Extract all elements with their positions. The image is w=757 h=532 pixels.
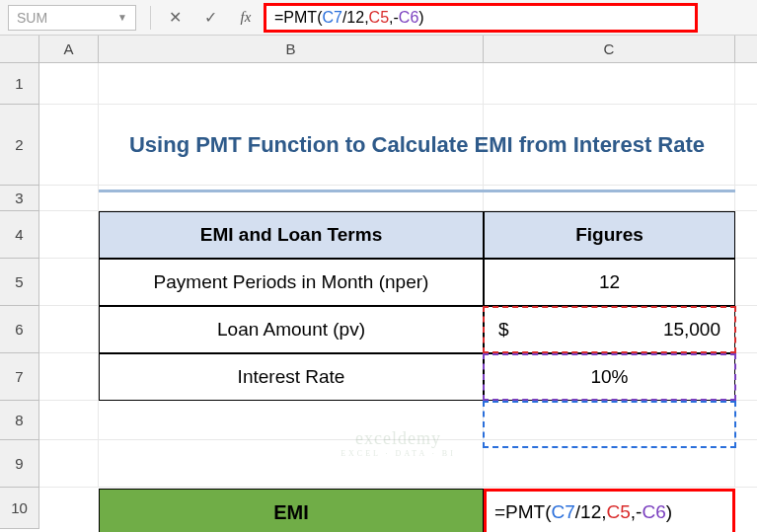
cell-b6[interactable]: Loan Amount (pv) <box>99 306 484 353</box>
emi-div: /12, <box>575 501 607 523</box>
emi-row: EMI =PMT(C7/12,C5,-C6) <box>99 489 735 532</box>
emi-ref-c5: C5 <box>607 501 631 523</box>
row-header-10[interactable]: 10 <box>0 488 38 529</box>
row-header-7[interactable]: 7 <box>0 353 38 401</box>
currency-symbol: $ <box>498 319 509 341</box>
cell-b5[interactable]: Payment Periods in Month (nper) <box>99 259 484 306</box>
formula-div: /12, <box>342 9 369 27</box>
data-table: EMI and Loan Terms Figures Payment Perio… <box>99 211 735 401</box>
cell-c5[interactable]: 12 <box>484 259 735 306</box>
page-title: Using PMT Function to Calculate EMI from… <box>99 105 735 186</box>
row-header-2[interactable]: 2 <box>0 105 38 186</box>
grid: 1 2 3 4 5 6 7 8 9 10 Using PMT Function … <box>0 63 757 529</box>
row-header-3[interactable]: 3 <box>0 186 38 211</box>
table-row: Loan Amount (pv) $ 15,000 <box>99 306 735 353</box>
formula-fn: PMT <box>283 9 317 27</box>
cells-area[interactable]: Using PMT Function to Calculate EMI from… <box>39 63 757 529</box>
fx-icon[interactable]: fx <box>228 5 264 31</box>
row-header-9[interactable]: 9 <box>0 440 38 488</box>
formula-comma: ,- <box>389 9 399 27</box>
table-header-figures[interactable]: Figures <box>484 211 735 259</box>
emi-eq: = <box>494 501 505 523</box>
title-underline <box>99 190 735 192</box>
formula-input[interactable]: =PMT(C7/12,C5,-C6) <box>264 3 698 33</box>
formula-eq: = <box>274 9 283 27</box>
enter-icon[interactable]: ✓ <box>192 5 228 31</box>
cancel-icon[interactable]: ✕ <box>157 5 192 31</box>
row-header-8[interactable]: 8 <box>0 401 38 440</box>
cell-c6[interactable]: $ 15,000 <box>484 306 735 353</box>
name-box-value: SUM <box>17 10 47 26</box>
cell-b7[interactable]: Interest Rate <box>99 353 484 401</box>
column-header-a[interactable]: A <box>39 36 99 62</box>
column-headers: A B C <box>0 36 757 63</box>
table-header-terms[interactable]: EMI and Loan Terms <box>99 211 484 259</box>
row-header-5[interactable]: 5 <box>0 259 38 306</box>
row-header-6[interactable]: 6 <box>0 306 38 353</box>
column-header-c[interactable]: C <box>484 36 735 62</box>
row-header-1[interactable]: 1 <box>0 63 38 105</box>
emi-ref-c7: C7 <box>552 501 575 523</box>
row-header-4[interactable]: 4 <box>0 211 38 259</box>
cell-c9[interactable]: =PMT(C7/12,C5,-C6) <box>484 489 735 532</box>
currency-value: 15,000 <box>663 319 720 341</box>
formula-bar: SUM ▼ ✕ ✓ fx =PMT(C7/12,C5,-C6) <box>0 0 757 36</box>
formula-ref-c5: C5 <box>369 9 389 27</box>
formula-ref-c7: C7 <box>322 9 341 27</box>
emi-ref-c6: C6 <box>642 501 665 523</box>
chevron-down-icon[interactable]: ▼ <box>117 12 127 23</box>
column-header-b[interactable]: B <box>99 36 484 62</box>
table-row: Payment Periods in Month (nper) 12 <box>99 259 735 306</box>
cell-c7[interactable]: 10% <box>484 353 735 401</box>
select-all-corner[interactable] <box>0 36 39 62</box>
table-row: Interest Rate 10% <box>99 353 735 401</box>
formula-close: ) <box>418 9 423 27</box>
emi-close: ) <box>666 501 672 523</box>
formula-ref-c6: C6 <box>399 9 418 27</box>
emi-comma: ,- <box>631 501 643 523</box>
emi-fn: PMT <box>505 501 545 523</box>
divider <box>150 6 151 30</box>
cell-b9[interactable]: EMI <box>99 489 484 532</box>
row-headers: 1 2 3 4 5 6 7 8 9 10 <box>0 63 39 529</box>
name-box[interactable]: SUM ▼ <box>8 5 136 31</box>
